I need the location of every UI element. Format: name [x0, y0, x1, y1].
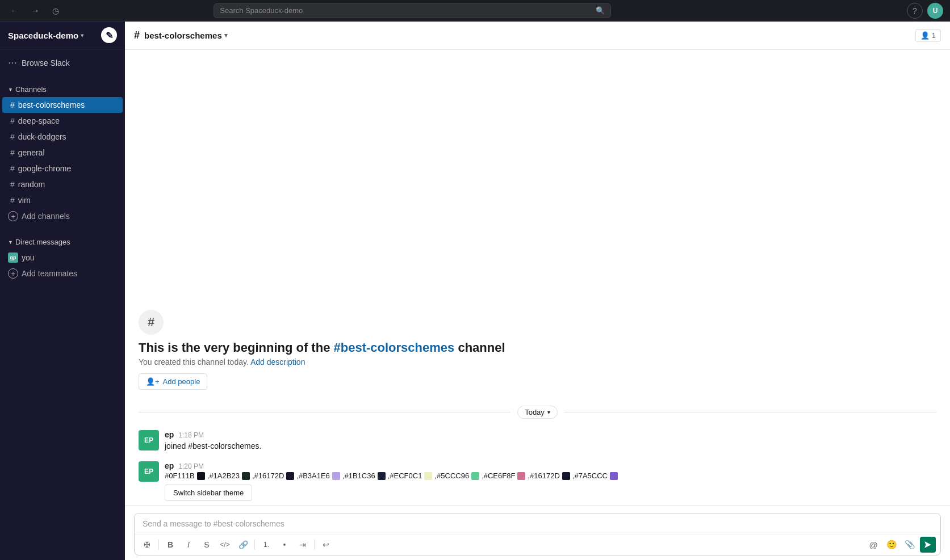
- add-teammates-icon: +: [8, 268, 18, 279]
- switch-sidebar-theme-button[interactable]: Switch sidebar theme: [165, 485, 252, 501]
- input-toolbar: ✠ B I S </> 🔗 1. • ⇥ ↩ @ 🙂 �: [135, 534, 940, 555]
- channel-hash-icon: #: [134, 30, 140, 41]
- channel-item-deep-space[interactable]: # deep-space: [2, 113, 123, 129]
- date-badge[interactable]: Today ▾: [517, 406, 558, 419]
- workspace-chevron-icon: ▾: [81, 32, 83, 39]
- channel-area: # best-colorschemes ▾ 👤 1 # This is the …: [125, 22, 950, 560]
- svg-marker-0: [924, 541, 931, 548]
- indent-button[interactable]: ⇥: [295, 537, 311, 553]
- channel-item-best-colorschemes[interactable]: # best-colorschemes: [2, 97, 123, 113]
- channels-section-header[interactable]: ▼ Channels: [0, 83, 125, 96]
- hash-icon: #: [10, 148, 15, 157]
- channel-big-hash-icon: #: [139, 310, 164, 335]
- dm-section-header[interactable]: ▼ Direct messages: [0, 235, 125, 249]
- toolbar-right: @ 🙂 📎: [865, 537, 936, 553]
- toolbar-divider-1: [158, 540, 159, 550]
- help-button[interactable]: ?: [907, 3, 923, 19]
- message-2: EP ep 1:20 PM #0F111B,#1A2B23,#16172D,#B…: [125, 457, 950, 506]
- color-swatch: [471, 472, 479, 480]
- bold-button[interactable]: B: [162, 537, 178, 553]
- message-username-2: ep: [165, 461, 174, 470]
- channel-item-duck-dodgers[interactable]: # duck-dodgers: [2, 129, 123, 145]
- new-message-button[interactable]: ✎: [101, 27, 117, 43]
- message-input[interactable]: [135, 513, 940, 534]
- channel-item-vim[interactable]: # vim: [2, 192, 123, 208]
- search-bar: 🔍: [214, 3, 611, 18]
- history-button[interactable]: ◷: [48, 3, 64, 19]
- color-swatch: [517, 472, 525, 480]
- send-button[interactable]: [920, 537, 936, 553]
- input-area: ✠ B I S </> 🔗 1. • ⇥ ↩ @ 🙂 �: [125, 506, 950, 560]
- channel-item-general[interactable]: # general: [2, 145, 123, 161]
- attach-button[interactable]: ✠: [139, 537, 155, 553]
- search-input[interactable]: [220, 6, 592, 15]
- color-swatch: [424, 472, 432, 480]
- hash-icon: #: [10, 116, 15, 125]
- chat-area: # This is the very beginning of the #bes…: [125, 50, 950, 506]
- add-people-button[interactable]: 👤+ Add people: [139, 373, 207, 390]
- message-content-1: ep 1:18 PM joined #best-colorschemes.: [165, 430, 936, 452]
- unordered-list-button[interactable]: •: [277, 537, 292, 553]
- hash-icon: #: [10, 196, 15, 205]
- hash-icon: #: [10, 180, 15, 189]
- separator-line-right: [564, 412, 936, 412]
- message-username-1: ep: [165, 430, 174, 439]
- at-mention-button[interactable]: @: [865, 537, 881, 553]
- date-separator: Today ▾: [125, 399, 950, 426]
- user-avatar-top[interactable]: U: [927, 3, 943, 19]
- message-avatar-1: EP: [139, 430, 159, 450]
- top-bar: ← → ◷ 🔍 ? U: [0, 0, 950, 22]
- channel-beginning-title: This is the very beginning of the #best-…: [139, 340, 936, 355]
- sidebar: Spaceduck-demo ▾ ✎ ⋯ Browse Slack ▼ Chan…: [0, 22, 125, 560]
- channel-header: # best-colorschemes ▾ 👤 1: [125, 22, 950, 50]
- ordered-list-button[interactable]: 1.: [258, 537, 274, 553]
- link-button[interactable]: 🔗: [235, 537, 251, 553]
- back-button[interactable]: ←: [7, 3, 23, 19]
- hash-icon: #: [10, 164, 15, 173]
- strikethrough-button[interactable]: S: [199, 537, 215, 553]
- forward-button[interactable]: →: [27, 3, 43, 19]
- undo-button[interactable]: ↩: [318, 537, 334, 553]
- browse-slack-item[interactable]: ⋯ Browse Slack: [0, 54, 125, 71]
- hash-icon: #: [10, 132, 15, 141]
- channel-header-right: 👤 1: [915, 29, 941, 42]
- channel-link[interactable]: #best-colorschemes: [334, 340, 455, 355]
- emoji-button[interactable]: 🙂: [884, 537, 899, 553]
- message-time-2: 1:20 PM: [178, 462, 204, 470]
- separator-line-left: [139, 412, 510, 412]
- add-description-link[interactable]: Add description: [250, 357, 305, 367]
- message-time-1: 1:18 PM: [178, 431, 204, 439]
- color-display: #0F111B,#1A2B23,#16172D,#B3A1E6,#1B1C36,…: [165, 471, 936, 480]
- search-icon[interactable]: 🔍: [596, 6, 605, 15]
- dm-item-gp[interactable]: gp you: [0, 250, 125, 266]
- add-person-icon: 👤+: [146, 377, 160, 386]
- hash-icon: #: [10, 100, 15, 110]
- color-swatch: [242, 472, 250, 480]
- code-button[interactable]: </>: [217, 537, 233, 553]
- workspace-name[interactable]: Spaceduck-demo ▾: [8, 31, 83, 40]
- channel-chevron-icon: ▾: [224, 32, 228, 39]
- channels-toggle-icon: ▼: [8, 87, 13, 92]
- members-button[interactable]: 👤 1: [915, 29, 941, 42]
- chat-top-space: [125, 50, 950, 292]
- color-swatch: [197, 472, 205, 480]
- color-swatch: [378, 472, 386, 480]
- channel-title[interactable]: best-colorschemes ▾: [144, 31, 228, 40]
- file-attach-button[interactable]: 📎: [902, 537, 918, 553]
- message-avatar-2: EP: [139, 461, 159, 482]
- dm-section: ▼ Direct messages gp you + Add teammates: [0, 229, 125, 286]
- message-1: EP ep 1:18 PM joined #best-colorschemes.: [125, 426, 950, 457]
- channel-item-google-chrome[interactable]: # google-chrome: [2, 161, 123, 176]
- date-chevron-icon: ▾: [547, 409, 550, 415]
- add-teammates-item[interactable]: + Add teammates: [0, 266, 125, 281]
- main-layout: Spaceduck-demo ▾ ✎ ⋯ Browse Slack ▼ Chan…: [0, 22, 950, 560]
- browse-section: ⋯ Browse Slack: [0, 49, 125, 76]
- members-icon: 👤: [920, 31, 930, 40]
- color-swatch: [332, 472, 340, 480]
- italic-button[interactable]: I: [181, 537, 196, 553]
- add-channels-item[interactable]: + Add channels: [0, 208, 125, 224]
- channel-item-random[interactable]: # random: [2, 176, 123, 192]
- channels-section: ▼ Channels # best-colorschemes # deep-sp…: [0, 76, 125, 229]
- channel-created-text: You created this channel today. Add desc…: [139, 357, 936, 367]
- add-channels-icon: +: [8, 211, 18, 221]
